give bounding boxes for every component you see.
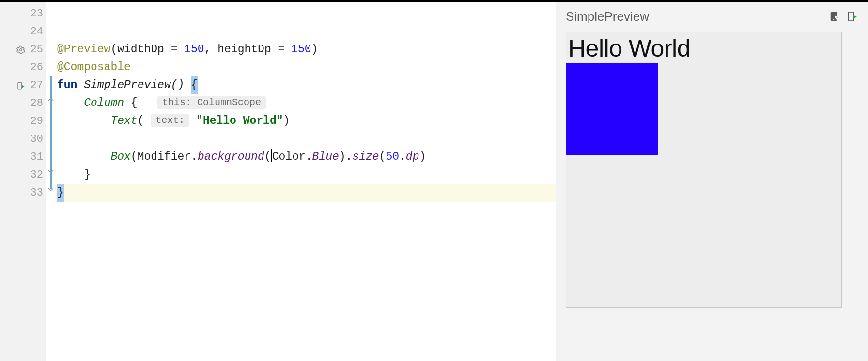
fold-toggle-icon[interactable] [47,96,54,103]
line-number: 24 [29,26,43,38]
code-editor[interactable]: 23 24 25 26 27 28 29 30 31 32 33 [0,2,556,361]
code-line[interactable] [55,23,556,41]
matching-brace-highlight: { [191,76,198,94]
code-line[interactable] [55,5,556,23]
code-line[interactable]: @Composable [55,59,556,76]
compose-preview-pane: SimplePreview Hello World [556,2,868,361]
code-line[interactable]: Column { this: ColumnScope [55,94,556,112]
svg-marker-6 [853,15,857,18]
fold-toggle-icon[interactable] [47,168,54,175]
preview-blue-box [566,63,658,155]
code-line[interactable]: } [55,184,556,202]
run-gutter-icon[interactable] [16,81,26,90]
code-line[interactable]: fun SimplePreview() { [55,76,556,94]
line-number: 32 [29,169,43,181]
fold-toggle-icon[interactable] [47,186,54,193]
code-line[interactable]: Box(Modifier.background(Color.Blue).size… [55,148,556,166]
preview-surface[interactable]: Hello World [566,32,842,308]
line-number: 26 [29,61,43,74]
line-number: 31 [29,151,43,163]
code-line[interactable]: @Preview(widthDp = 150, heightDp = 150) [55,41,556,59]
code-line[interactable] [55,130,556,148]
preview-title: SimplePreview [566,9,823,24]
preview-header: SimplePreview [566,7,858,26]
line-number: 29 [29,115,43,127]
line-number: 28 [29,97,43,109]
svg-rect-5 [849,12,854,21]
line-number-gutter: 23 24 25 26 27 28 29 30 31 32 33 [0,2,46,361]
gear-icon[interactable] [16,45,26,55]
preview-text-hello: Hello World [566,32,841,63]
svg-point-4 [833,19,834,20]
fold-strip [46,2,55,361]
interactive-mode-icon[interactable] [828,10,841,23]
line-number: 25 [29,44,43,56]
line-number: 27 [29,79,43,91]
line-number: 23 [29,8,43,20]
matching-brace-highlight: } [57,184,64,202]
code-line[interactable]: Text( text: "Hello World") [55,112,556,130]
svg-rect-1 [18,82,22,89]
line-number: 30 [29,133,43,145]
deploy-to-device-icon[interactable] [846,10,858,23]
line-number: 33 [29,187,43,199]
inlay-hint: text: [151,114,189,127]
code-area[interactable]: @Preview(widthDp = 150, heightDp = 150) … [55,2,556,361]
svg-point-0 [20,48,22,51]
code-line[interactable]: } [55,166,556,184]
inlay-hint: this: ColumnScope [157,96,266,109]
svg-marker-2 [22,85,24,88]
